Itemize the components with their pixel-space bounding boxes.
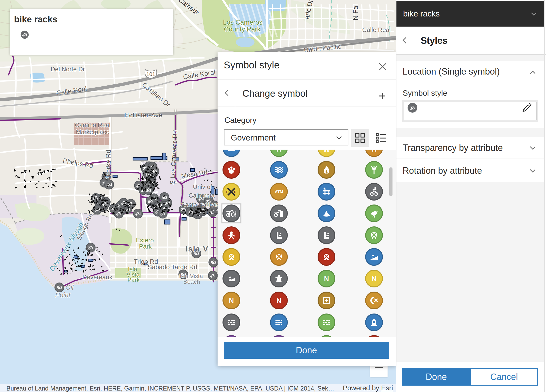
svg-text:Devereaux: Devereaux — [83, 274, 112, 281]
svg-text:Point: Point — [55, 291, 71, 299]
svg-text:Hollister-Ave: Hollister-Ave — [124, 112, 162, 119]
svg-text:Park: Park — [127, 277, 140, 283]
svg-text:County Park: County Park — [224, 26, 261, 33]
svg-text:Marketplace: Marketplace — [76, 128, 109, 135]
svg-text:Estero: Estero — [136, 237, 154, 244]
svg-text:Santa Barbara: Santa Barbara — [181, 201, 221, 208]
svg-text:Park: Park — [139, 243, 152, 250]
svg-text:Oil: Oil — [66, 284, 74, 291]
svg-text:Beach: Beach — [183, 278, 200, 285]
svg-text:Univ of: Univ of — [193, 183, 212, 190]
svg-text:Isla V: Isla V — [186, 245, 209, 253]
svg-text:Los Cameros: Los Cameros — [223, 19, 263, 26]
svg-text:Sabado Tarde Rd: Sabado Tarde Rd — [148, 263, 197, 271]
svg-text:Calle Real: Calle Real — [362, 26, 391, 33]
svg-text:101: 101 — [146, 71, 155, 77]
svg-text:Camino Real: Camino Real — [75, 122, 111, 128]
svg-text:Del Norte Dr: Del Norte Dr — [51, 66, 85, 73]
svg-text:Storke Rd: Storke Rd — [105, 150, 112, 179]
svg-text:California: California — [188, 192, 215, 199]
svg-text:N Fai: N Fai — [352, 4, 359, 20]
